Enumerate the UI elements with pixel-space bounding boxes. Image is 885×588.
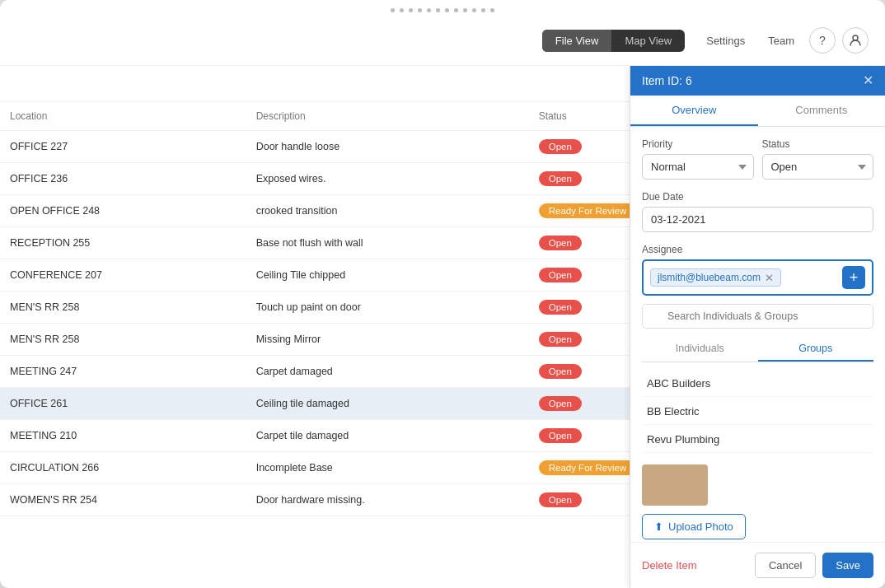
cell-description: Exposed wires. <box>246 163 529 195</box>
status-select[interactable]: Open <box>762 154 874 180</box>
status-badge: Ready For Review <box>539 460 637 475</box>
cell-location: MEN'S RR 258 <box>0 292 246 324</box>
cell-description: Ceiling Tile chipped <box>246 259 529 292</box>
tab-comments[interactable]: Comments <box>758 96 886 126</box>
cell-location: MEN'S RR 258 <box>0 324 246 356</box>
cell-description: Missing Mirror <box>246 324 529 356</box>
cell-description: Carpet damaged <box>246 356 529 388</box>
map-view-tab[interactable]: Map View <box>611 30 685 52</box>
cell-location: CIRCULATION 266 <box>0 452 246 484</box>
cell-description: Door handle loose <box>246 131 529 163</box>
status-label: Status <box>762 138 874 150</box>
save-button[interactable]: Save <box>822 553 873 578</box>
priority-group: Priority Normal <box>642 138 754 180</box>
cell-location: OPEN OFFICE 248 <box>0 195 246 227</box>
user-icon[interactable] <box>842 27 869 54</box>
status-badge: Open <box>539 171 582 186</box>
cell-location: MEETING 210 <box>0 420 246 452</box>
item-panel: Item ID: 6 ✕ Overview Comments Priority … <box>630 66 885 588</box>
status-badge: Ready For Review <box>539 203 637 218</box>
assignee-box: jlsmith@bluebeam.com ✕ + <box>642 259 873 296</box>
footer-actions: Cancel Save <box>755 553 873 578</box>
cell-location: OFFICE 261 <box>0 388 246 420</box>
due-date-group: Due Date <box>642 191 873 232</box>
search-input[interactable] <box>642 304 873 329</box>
cell-location: OFFICE 236 <box>0 163 246 195</box>
group-item[interactable]: BB Electric <box>642 399 873 425</box>
cell-description: Touch up paint on door <box>246 292 529 324</box>
cell-location: WOMEN'S RR 254 <box>0 484 246 516</box>
tab-overview[interactable]: Overview <box>630 96 758 126</box>
group-list: ABC BuildersBB ElectricRevu Plumbing <box>642 371 873 453</box>
status-badge: Open <box>539 268 582 282</box>
status-badge: Open <box>539 396 582 411</box>
add-assignee-button[interactable]: + <box>842 266 865 289</box>
search-wrapper: 🔍 <box>642 304 873 329</box>
col-location: Location <box>0 102 246 131</box>
top-nav: File View Map View Settings Team ? <box>0 16 885 66</box>
priority-label: Priority <box>642 138 754 150</box>
panel-title: Item ID: 6 <box>642 74 692 87</box>
cell-description: crooked transition <box>246 195 529 227</box>
tab-groups[interactable]: Groups <box>758 337 874 362</box>
panel-footer: Delete Item Cancel Save <box>630 542 885 588</box>
due-date-label: Due Date <box>642 191 873 203</box>
status-badge: Open <box>539 492 582 507</box>
cell-location: MEETING 247 <box>0 356 246 388</box>
tab-individuals[interactable]: Individuals <box>642 337 758 362</box>
photo-section: ⬆ Upload Photo <box>642 464 873 539</box>
assignee-label: Assignee <box>642 244 873 255</box>
group-item[interactable]: Revu Plumbing <box>642 427 873 453</box>
cell-description: Ceiling tile damaged <box>246 388 529 420</box>
team-link[interactable]: Team <box>760 30 803 52</box>
group-item[interactable]: ABC Builders <box>642 371 873 397</box>
status-badge: Open <box>539 364 582 379</box>
panel-tab-bar: Overview Comments <box>630 96 885 127</box>
file-view-tab[interactable]: File View <box>542 30 612 52</box>
sub-tab-bar: Individuals Groups <box>642 337 873 362</box>
upload-label: Upload Photo <box>668 520 733 533</box>
status-badge: Open <box>539 300 582 315</box>
dots-decoration <box>0 0 885 16</box>
upload-photo-button[interactable]: ⬆ Upload Photo <box>642 514 746 539</box>
priority-status-row: Priority Normal Status Open <box>642 138 873 180</box>
upload-icon: ⬆ <box>654 520 663 533</box>
cell-description: Base not flush with wall <box>246 227 529 259</box>
cancel-button[interactable]: Cancel <box>755 553 816 578</box>
delete-button[interactable]: Delete Item <box>642 554 696 576</box>
cell-location: OFFICE 227 <box>0 131 246 163</box>
svg-point-0 <box>853 35 858 40</box>
panel-body: Priority Normal Status Open Due Date <box>630 127 885 542</box>
col-description: Description <box>246 102 529 131</box>
photo-preview <box>642 464 708 506</box>
help-icon[interactable]: ? <box>809 27 836 54</box>
assignee-tag: jlsmith@bluebeam.com ✕ <box>650 268 781 287</box>
cell-location: RECEPTION 255 <box>0 227 246 259</box>
cell-description: Door hardware missing. <box>246 484 529 516</box>
priority-select[interactable]: Normal <box>642 154 754 180</box>
view-toggle: File View Map View <box>542 30 685 52</box>
settings-link[interactable]: Settings <box>698 30 753 52</box>
cell-description: Incomplete Base <box>246 452 529 484</box>
status-badge: Open <box>539 139 582 154</box>
status-group: Status Open <box>762 138 874 180</box>
status-badge: Open <box>539 236 582 250</box>
cell-location: CONFERENCE 207 <box>0 259 246 292</box>
due-date-input[interactable] <box>642 207 873 232</box>
status-badge: Open <box>539 332 582 347</box>
assignee-email: jlsmith@bluebeam.com <box>658 272 761 283</box>
status-badge: Open <box>539 428 582 443</box>
remove-assignee-button[interactable]: ✕ <box>765 273 774 283</box>
cell-description: Carpet tile damaged <box>246 420 529 452</box>
panel-close-button[interactable]: ✕ <box>863 74 873 87</box>
assignee-group: Assignee jlsmith@bluebeam.com ✕ + <box>642 244 873 296</box>
panel-header: Item ID: 6 ✕ <box>630 66 885 96</box>
